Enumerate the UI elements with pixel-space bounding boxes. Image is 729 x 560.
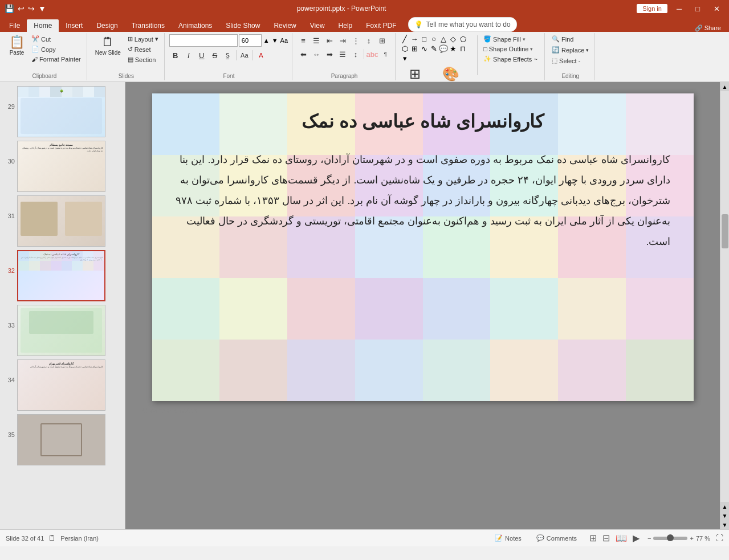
shape-fill-button[interactable]: 🪣 Shape Fill ▾ <box>480 34 540 44</box>
close-button[interactable]: ✕ <box>709 3 724 14</box>
tab-slideshow[interactable]: Slide Show <box>219 19 267 32</box>
new-slide-button[interactable]: 🗒 New Slide <box>92 34 124 58</box>
redo-icon[interactable]: ↪ <box>28 4 35 13</box>
hexagon-shape[interactable]: ⬡ <box>400 44 409 53</box>
comments-button[interactable]: 💬 Comments <box>532 533 581 543</box>
tab-insert[interactable]: Insert <box>59 19 89 32</box>
tab-foxitpdf[interactable]: Foxit PDF <box>359 19 403 32</box>
font-size-input[interactable] <box>239 34 262 47</box>
slide-canvas[interactable]: کاروانسرای شاه عباسی ده نمک کاروانسرای ش… <box>152 93 694 401</box>
justify-button[interactable]: ☰ <box>336 48 349 60</box>
slide-sorter-button[interactable]: ⊟ <box>600 532 612 545</box>
slide-item-33[interactable]: 33 <box>0 303 125 358</box>
underline-button[interactable]: U <box>196 49 208 62</box>
tab-help[interactable]: Help <box>332 19 360 32</box>
tab-file[interactable]: File <box>2 19 27 32</box>
scroll-down-mid1[interactable]: ▲ <box>720 502 730 511</box>
reset-button[interactable]: ↺ Reset <box>125 44 161 54</box>
text-highlight-button[interactable]: abc <box>366 48 378 60</box>
slide-thumb-34[interactable]: کاروانسرای قصر بهرام کاروانسرای شاه عباس… <box>17 359 105 411</box>
shape-effects-button[interactable]: ✨ Shape Effects ~ <box>480 54 540 64</box>
text-direction-button[interactable]: ↕ <box>363 34 375 47</box>
increase-indent-button[interactable]: ⇥ <box>336 34 349 47</box>
cut-button[interactable]: ✂️ Cut <box>29 34 83 44</box>
callout-shape[interactable]: 💬 <box>439 44 448 53</box>
columns-button[interactable]: ⋮ <box>349 34 362 47</box>
slide-item-34[interactable]: 34 کاروانسرای قصر بهرام کاروانسرای شاه ع… <box>0 358 125 412</box>
slide-thumb-31[interactable] <box>17 195 105 247</box>
font-size-decrease[interactable]: ▼ <box>271 37 279 44</box>
tab-home[interactable]: Home <box>27 19 59 32</box>
share-button[interactable]: 🔗 Share <box>695 24 721 32</box>
scroll-thumb[interactable] <box>722 214 728 248</box>
paste-button[interactable]: 📋 Paste <box>6 34 28 58</box>
shapes-dropdown[interactable]: ▾ <box>400 54 409 63</box>
freeform-shape[interactable]: ✎ <box>429 44 438 53</box>
select-button[interactable]: ⬚ Select - <box>549 56 591 66</box>
signin-button[interactable]: Sign in <box>637 4 667 13</box>
save-icon[interactable]: 💾 <box>5 4 14 13</box>
decrease-indent-button[interactable]: ⇤ <box>323 34 336 47</box>
slideshow-view-button[interactable]: ▶ <box>630 532 642 545</box>
slide-thumb-35[interactable] <box>17 414 105 465</box>
tab-transitions[interactable]: Transitions <box>125 19 172 32</box>
slide-item-30[interactable]: 30 مسجد جامع بسطام کاروانسرای شاه عباسی … <box>0 139 125 194</box>
triangle-shape[interactable]: △ <box>439 34 448 43</box>
notes-hint[interactable]: Click to add notes <box>137 407 197 415</box>
fit-page-button[interactable]: ⛶ <box>716 534 723 542</box>
undo-icon[interactable]: ↩ <box>18 4 25 13</box>
format-painter-button[interactable]: 🖌 Format Painter <box>29 55 83 64</box>
normal-view-button[interactable]: ⊞ <box>587 532 599 545</box>
italic-button[interactable]: I <box>182 49 195 62</box>
copy-button[interactable]: 📄 Copy <box>29 44 83 54</box>
zoom-thumb[interactable] <box>667 534 674 541</box>
rect-shape[interactable]: □ <box>420 34 429 43</box>
clear-formatting[interactable]: Aa <box>280 37 288 44</box>
font-name-input[interactable] <box>169 34 238 47</box>
paragraph-dialog-button[interactable]: ¶ <box>379 48 392 60</box>
star-shape[interactable]: ★ <box>449 44 458 53</box>
tab-view[interactable]: View <box>303 19 332 32</box>
slide-thumb-30[interactable]: مسجد جامع بسطام کاروانسرای شاه عباسی ده … <box>17 141 105 192</box>
restore-button[interactable]: □ <box>691 3 704 14</box>
line-spacing-button[interactable]: ↕ <box>349 48 362 60</box>
align-center-button[interactable]: ↔ <box>310 48 323 60</box>
slide-item-29[interactable]: 29 🌳 <box>0 84 125 139</box>
zoom-in-button[interactable]: + <box>690 535 693 542</box>
slide-text-area[interactable]: کاروانسرای شاه عباسی ده نمک کاروانسرای ش… <box>152 93 694 401</box>
diamond-shape[interactable]: ◇ <box>449 34 458 43</box>
font-color-button[interactable]: A <box>255 49 267 62</box>
reading-view-button[interactable]: 📖 <box>613 532 629 545</box>
tab-animations[interactable]: Animations <box>172 19 219 32</box>
shadow-button[interactable]: S̲ <box>222 49 234 62</box>
strikethrough-button[interactable]: S <box>209 49 221 62</box>
bullets-button[interactable]: ≡ <box>297 34 309 47</box>
arrow-shape[interactable]: → <box>410 34 419 43</box>
slide-item-32[interactable]: 32 کاروانسرای شاه عباسی ده نمک کاروانسرا… <box>0 248 125 303</box>
tell-me-box[interactable]: 💡 Tell me what you want to do <box>408 17 517 32</box>
slide-thumb-29[interactable]: 🌳 <box>17 86 105 137</box>
zoom-slider[interactable] <box>653 537 687 540</box>
minimize-button[interactable]: ─ <box>672 3 686 14</box>
shapes-more[interactable]: ⊞ <box>410 44 419 53</box>
slide-thumb-33[interactable] <box>17 305 105 356</box>
scroll-track[interactable] <box>720 91 729 502</box>
notes-button[interactable]: 📝 Notes <box>490 533 526 543</box>
replace-button[interactable]: 🔄 Replace ▾ <box>549 45 591 55</box>
find-button[interactable]: 🔍 Find <box>549 34 591 44</box>
scroll-down-mid2[interactable]: ▼ <box>720 511 730 520</box>
line-shape[interactable]: ╱ <box>400 34 409 43</box>
zoom-out-button[interactable]: − <box>647 535 651 542</box>
text-case-button[interactable]: Aa <box>238 49 251 62</box>
scroll-down-arrow[interactable]: ▼ <box>720 520 730 529</box>
slide-item-35[interactable]: 35 <box>0 412 125 467</box>
shape-outline-button[interactable]: □ Shape Outline ▾ <box>480 44 540 54</box>
bold-button[interactable]: B <box>169 49 182 62</box>
section-button[interactable]: ▤ Section <box>125 55 161 64</box>
banner-shape[interactable]: ⊓ <box>458 44 467 53</box>
font-size-increase[interactable]: ▲ <box>263 37 270 44</box>
align-right-button[interactable]: ➡ <box>323 48 336 60</box>
scroll-up-arrow[interactable]: ▲ <box>720 82 730 91</box>
pentagon-shape[interactable]: ⬠ <box>458 34 467 43</box>
tab-review[interactable]: Review <box>267 19 303 32</box>
